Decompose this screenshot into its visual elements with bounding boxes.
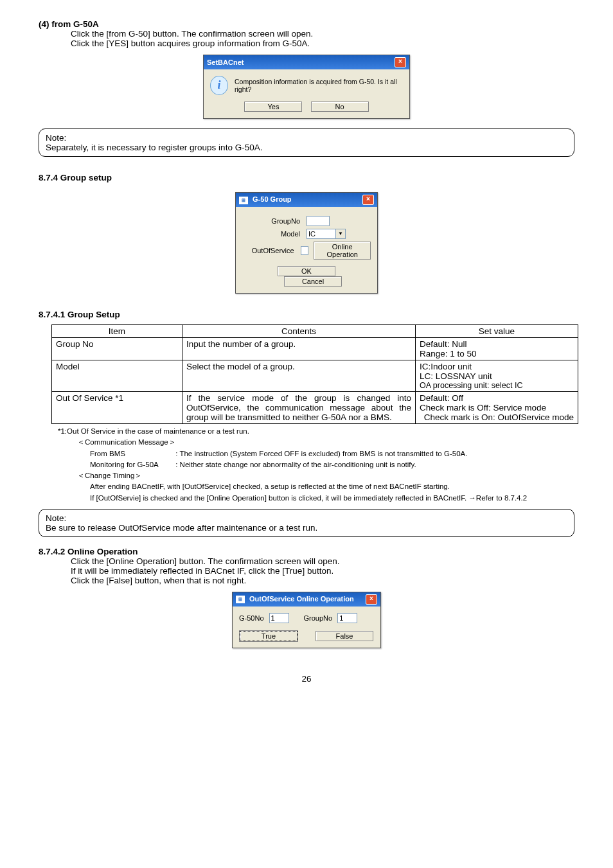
note-box-2: Note: Be sure to release OutOfService mo…	[39, 509, 574, 537]
page-number: 26	[39, 674, 574, 684]
note-box-1: Note: Separately, it is necessary to reg…	[39, 128, 574, 157]
sv-line: Check mark is On: OutOfService mode	[420, 412, 574, 422]
section-8742: 8.7.4.2 Online Operation Click the [Onli…	[39, 547, 574, 648]
dialog-title: SetBACnet	[207, 58, 244, 66]
footnote-label: From BMS	[90, 448, 173, 459]
false-button[interactable]: False	[315, 631, 373, 641]
sv-line: Check mark is Off: Service mode	[420, 403, 574, 412]
cell-setvalue: Default: Off Check mark is Off: Service …	[416, 392, 578, 424]
cell-contents: Input the number of a group.	[182, 338, 416, 360]
heading-874: 8.7.4 Group setup	[39, 173, 574, 182]
cell-setvalue: IC:Indoor unit LC: LOSSNAY unit OA proce…	[416, 360, 578, 392]
th-contents: Contents	[182, 325, 416, 338]
section-8741: 8.7.4.1 Group Setup Item Contents Set va…	[39, 310, 574, 537]
sv-line: IC:Indoor unit	[420, 362, 574, 371]
info-icon: i	[210, 76, 228, 95]
heading-8741: 8.7.4.1 Group Setup	[39, 310, 574, 319]
heading-4: (4) from G-50A	[39, 19, 574, 29]
outofservice-label: OutOfService	[242, 247, 294, 254]
dialog-title: ⊞ OutOfService Online Operation	[236, 595, 354, 603]
close-icon[interactable]: ×	[395, 57, 406, 67]
close-icon[interactable]: ×	[366, 594, 377, 605]
app-icon: ⊞	[239, 197, 248, 204]
text-line: Click the [Online Operation] button. The…	[71, 556, 574, 566]
footnote-text: : Neither state change nor abnormality o…	[175, 461, 416, 468]
table-row: Group No Input the number of a group. De…	[52, 338, 578, 360]
footnote-text: If [OutOfServie] is checked and the [Onl…	[90, 493, 574, 504]
heading-8742: 8.7.4.2 Online Operation	[39, 547, 574, 556]
yes-button[interactable]: Yes	[244, 102, 302, 112]
sv-line: LC: LOSSNAY unit	[420, 371, 574, 381]
th-setvalue: Set value	[416, 325, 578, 338]
groupno-label: GroupNo	[304, 614, 333, 622]
footnote-text: After ending BACnetIF, with [OutOfServic…	[90, 481, 574, 492]
groupno-input[interactable]	[337, 613, 357, 623]
footnote-line: *1:Out Of Service in the case of mainten…	[58, 426, 574, 437]
chevron-down-icon[interactable]: ▼	[335, 229, 345, 238]
footnote-line: ＜Communication Message＞	[77, 437, 574, 448]
g50no-input[interactable]	[269, 613, 289, 623]
note-heading: Note:	[46, 133, 567, 143]
section-874: 8.7.4 Group setup ⊞ G-50 Group × GroupNo…	[39, 173, 574, 294]
cell-item: Out Of Service *1	[52, 392, 182, 424]
groupno-input[interactable]	[306, 216, 330, 226]
footnote-text: : The instruction (System Forced OFF is …	[175, 450, 467, 457]
dialog-title-text: OutOfService Online Operation	[249, 595, 354, 603]
close-icon[interactable]: ×	[362, 195, 374, 205]
section-from-g50a: (4) from G-50A Click the [from G-50] but…	[39, 19, 574, 157]
note-heading: Note:	[46, 513, 567, 523]
g50no-label: G-50No	[239, 614, 264, 622]
th-item: Item	[52, 325, 182, 338]
sv-line: OA processing unit: select IC	[420, 381, 574, 390]
dialog-title: ⊞ G-50 Group	[239, 195, 292, 204]
no-button[interactable]: No	[311, 102, 369, 112]
cell-contents: Select the model of a group.	[182, 360, 416, 392]
app-icon: ⊞	[236, 596, 245, 603]
footnote-label: Monitoring for G-50A	[90, 459, 173, 470]
cell-contents: If the service mode of the group is chan…	[182, 392, 416, 424]
true-button[interactable]: True	[240, 631, 298, 641]
text-line-1: Click the [from G-50] button. The confir…	[71, 29, 574, 39]
table-row: Out Of Service *1 If the service mode of…	[52, 392, 578, 424]
groupno-label: GroupNo	[242, 217, 300, 225]
note-text: Be sure to release OutOfService mode aft…	[46, 523, 567, 533]
sv-line: Default: Off	[420, 393, 574, 403]
note-text: Separately, it is necessary to register …	[46, 143, 567, 152]
outofservice-checkbox[interactable]	[301, 246, 309, 255]
group-setup-table: Item Contents Set value Group No Input t…	[51, 324, 578, 424]
footnote-line: ＜Change Timing＞	[77, 470, 574, 481]
sv-line: Default: Null	[420, 339, 574, 349]
text-line-2: Click the [YES] button acquires group in…	[71, 39, 574, 48]
model-label: Model	[242, 230, 300, 238]
dialog-setbacnet: SetBACnet × i Composition information is…	[203, 55, 410, 119]
sv-line: Range: 1 to 50	[420, 349, 574, 359]
dialog-message: Composition information is acquired from…	[235, 78, 403, 93]
ok-button[interactable]: OK	[278, 266, 335, 276]
cancel-button[interactable]: Cancel	[284, 276, 342, 287]
cell-item: Model	[52, 360, 182, 392]
text-line: Click the [False] button, when that is n…	[71, 576, 574, 585]
dialog-g50-group: ⊞ G-50 Group × GroupNo Model ▼ OutOfServ…	[235, 192, 378, 294]
table-row: Model Select the model of a group. IC:In…	[52, 360, 578, 392]
online-operation-button[interactable]: Online Operation	[314, 242, 371, 260]
cell-item: Group No	[52, 338, 182, 360]
dialog-title-text: G-50 Group	[253, 195, 292, 203]
cell-setvalue: Default: Null Range: 1 to 50	[416, 338, 578, 360]
dialog-online-operation: ⊞ OutOfService Online Operation × G-50No…	[232, 592, 381, 648]
text-line: If it will be immediately reflected in B…	[71, 566, 574, 576]
